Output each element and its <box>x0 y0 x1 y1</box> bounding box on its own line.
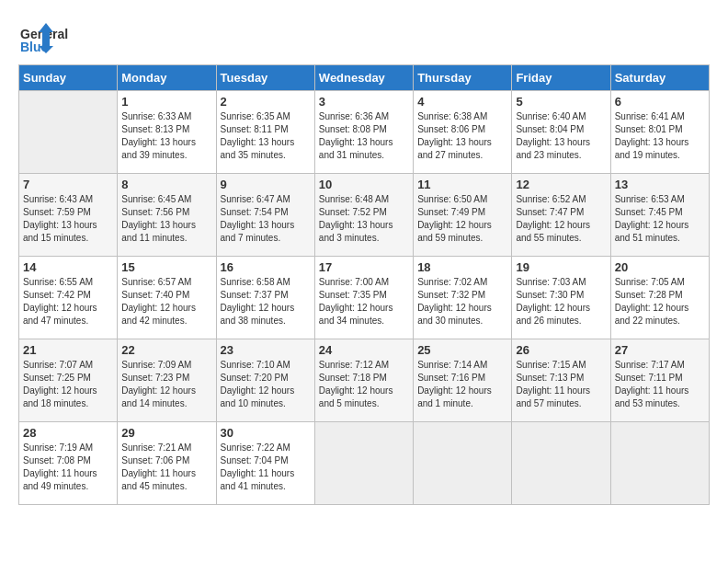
day-number: 9 <box>221 178 311 191</box>
header-cell-friday: Friday <box>512 65 610 91</box>
day-info: Sunrise: 6:45 AMSunset: 7:56 PMDaylight:… <box>121 193 211 245</box>
day-number: 20 <box>615 260 705 274</box>
day-cell <box>314 422 413 505</box>
day-info: Sunrise: 6:48 AMSunset: 7:52 PMDaylight:… <box>319 193 409 245</box>
day-info: Sunrise: 6:38 AMSunset: 8:06 PMDaylight:… <box>417 110 507 162</box>
day-number: 30 <box>221 426 311 440</box>
day-number: 17 <box>319 260 409 274</box>
logo-icon: General Blue <box>18 18 129 55</box>
day-number: 3 <box>319 95 409 109</box>
day-cell: 2Sunrise: 6:35 AMSunset: 8:11 PMDaylight… <box>216 91 314 174</box>
day-cell: 11Sunrise: 6:50 AMSunset: 7:49 PMDayligh… <box>414 174 512 257</box>
day-number: 8 <box>121 178 211 191</box>
day-cell <box>414 422 512 505</box>
day-number: 16 <box>221 260 311 274</box>
logo: General Blue <box>18 18 129 55</box>
day-cell: 14Sunrise: 6:55 AMSunset: 7:42 PMDayligh… <box>19 257 118 339</box>
day-cell: 28Sunrise: 7:19 AMSunset: 7:08 PMDayligh… <box>19 422 118 505</box>
day-cell: 22Sunrise: 7:09 AMSunset: 7:23 PMDayligh… <box>118 339 216 422</box>
day-number: 10 <box>319 178 409 191</box>
day-number: 22 <box>121 343 211 357</box>
week-row-5: 28Sunrise: 7:19 AMSunset: 7:08 PMDayligh… <box>19 422 710 505</box>
day-cell <box>610 422 709 505</box>
day-info: Sunrise: 7:05 AMSunset: 7:28 PMDaylight:… <box>615 276 705 327</box>
day-cell: 8Sunrise: 6:45 AMSunset: 7:56 PMDaylight… <box>118 174 216 257</box>
day-info: Sunrise: 6:57 AMSunset: 7:40 PMDaylight:… <box>121 276 211 327</box>
day-cell <box>512 422 610 505</box>
day-number: 7 <box>23 178 113 191</box>
day-cell: 29Sunrise: 7:21 AMSunset: 7:06 PMDayligh… <box>118 422 216 505</box>
day-info: Sunrise: 6:41 AMSunset: 8:01 PMDaylight:… <box>615 110 705 162</box>
day-cell: 4Sunrise: 6:38 AMSunset: 8:06 PMDaylight… <box>414 91 512 174</box>
day-info: Sunrise: 6:36 AMSunset: 8:08 PMDaylight:… <box>319 110 409 162</box>
header-row: SundayMondayTuesdayWednesdayThursdayFrid… <box>19 65 710 91</box>
day-cell: 13Sunrise: 6:53 AMSunset: 7:45 PMDayligh… <box>610 174 709 257</box>
day-cell: 6Sunrise: 6:41 AMSunset: 8:01 PMDaylight… <box>610 91 709 174</box>
day-cell: 25Sunrise: 7:14 AMSunset: 7:16 PMDayligh… <box>414 339 512 422</box>
header-cell-tuesday: Tuesday <box>216 65 314 91</box>
header-cell-thursday: Thursday <box>414 65 512 91</box>
week-row-1: 1Sunrise: 6:33 AMSunset: 8:13 PMDaylight… <box>19 91 710 174</box>
day-info: Sunrise: 7:00 AMSunset: 7:35 PMDaylight:… <box>319 276 409 327</box>
day-info: Sunrise: 7:03 AMSunset: 7:30 PMDaylight:… <box>516 276 606 327</box>
week-row-3: 14Sunrise: 6:55 AMSunset: 7:42 PMDayligh… <box>19 257 710 339</box>
day-cell: 3Sunrise: 6:36 AMSunset: 8:08 PMDaylight… <box>314 91 413 174</box>
day-number: 25 <box>417 343 507 357</box>
day-cell: 17Sunrise: 7:00 AMSunset: 7:35 PMDayligh… <box>314 257 413 339</box>
day-number: 21 <box>23 343 113 357</box>
day-info: Sunrise: 6:52 AMSunset: 7:47 PMDaylight:… <box>516 193 606 245</box>
day-number: 4 <box>417 95 507 109</box>
day-info: Sunrise: 6:40 AMSunset: 8:04 PMDaylight:… <box>516 110 606 162</box>
day-number: 12 <box>516 178 606 191</box>
day-number: 5 <box>516 95 606 109</box>
day-cell: 30Sunrise: 7:22 AMSunset: 7:04 PMDayligh… <box>216 422 314 505</box>
day-number: 2 <box>221 95 311 109</box>
day-info: Sunrise: 7:22 AMSunset: 7:04 PMDaylight:… <box>221 442 311 493</box>
day-cell: 18Sunrise: 7:02 AMSunset: 7:32 PMDayligh… <box>414 257 512 339</box>
day-number: 11 <box>417 178 507 191</box>
day-number: 13 <box>615 178 705 191</box>
day-cell: 9Sunrise: 6:47 AMSunset: 7:54 PMDaylight… <box>216 174 314 257</box>
day-cell: 16Sunrise: 6:58 AMSunset: 7:37 PMDayligh… <box>216 257 314 339</box>
day-number: 29 <box>121 426 211 440</box>
header-cell-monday: Monday <box>118 65 216 91</box>
day-info: Sunrise: 6:58 AMSunset: 7:37 PMDaylight:… <box>221 276 311 327</box>
day-info: Sunrise: 7:17 AMSunset: 7:11 PMDaylight:… <box>615 359 705 410</box>
day-info: Sunrise: 7:09 AMSunset: 7:23 PMDaylight:… <box>121 359 211 410</box>
day-cell: 27Sunrise: 7:17 AMSunset: 7:11 PMDayligh… <box>610 339 709 422</box>
day-cell: 12Sunrise: 6:52 AMSunset: 7:47 PMDayligh… <box>512 174 610 257</box>
day-number: 1 <box>121 95 211 109</box>
day-cell: 21Sunrise: 7:07 AMSunset: 7:25 PMDayligh… <box>19 339 118 422</box>
header-cell-sunday: Sunday <box>19 65 118 91</box>
day-cell: 26Sunrise: 7:15 AMSunset: 7:13 PMDayligh… <box>512 339 610 422</box>
day-info: Sunrise: 7:19 AMSunset: 7:08 PMDaylight:… <box>23 442 113 493</box>
header-cell-saturday: Saturday <box>610 65 709 91</box>
day-info: Sunrise: 7:02 AMSunset: 7:32 PMDaylight:… <box>417 276 507 327</box>
day-number: 15 <box>121 260 211 274</box>
day-cell: 19Sunrise: 7:03 AMSunset: 7:30 PMDayligh… <box>512 257 610 339</box>
day-cell: 20Sunrise: 7:05 AMSunset: 7:28 PMDayligh… <box>610 257 709 339</box>
day-number: 27 <box>615 343 705 357</box>
calendar-table: SundayMondayTuesdayWednesdayThursdayFrid… <box>18 64 710 505</box>
day-info: Sunrise: 6:43 AMSunset: 7:59 PMDaylight:… <box>23 193 113 245</box>
day-info: Sunrise: 7:10 AMSunset: 7:20 PMDaylight:… <box>221 359 311 410</box>
header-cell-wednesday: Wednesday <box>314 65 413 91</box>
day-info: Sunrise: 6:55 AMSunset: 7:42 PMDaylight:… <box>23 276 113 327</box>
day-info: Sunrise: 7:07 AMSunset: 7:25 PMDaylight:… <box>23 359 113 410</box>
day-info: Sunrise: 7:14 AMSunset: 7:16 PMDaylight:… <box>417 359 507 410</box>
day-number: 23 <box>221 343 311 357</box>
day-number: 14 <box>23 260 113 274</box>
day-cell: 24Sunrise: 7:12 AMSunset: 7:18 PMDayligh… <box>314 339 413 422</box>
day-info: Sunrise: 6:35 AMSunset: 8:11 PMDaylight:… <box>221 110 311 162</box>
day-number: 28 <box>23 426 113 440</box>
day-cell: 5Sunrise: 6:40 AMSunset: 8:04 PMDaylight… <box>512 91 610 174</box>
day-cell: 15Sunrise: 6:57 AMSunset: 7:40 PMDayligh… <box>118 257 216 339</box>
day-info: Sunrise: 7:12 AMSunset: 7:18 PMDaylight:… <box>319 359 409 410</box>
day-number: 19 <box>516 260 606 274</box>
day-cell: 23Sunrise: 7:10 AMSunset: 7:20 PMDayligh… <box>216 339 314 422</box>
day-number: 26 <box>516 343 606 357</box>
week-row-2: 7Sunrise: 6:43 AMSunset: 7:59 PMDaylight… <box>19 174 710 257</box>
day-number: 6 <box>615 95 705 109</box>
day-info: Sunrise: 6:47 AMSunset: 7:54 PMDaylight:… <box>221 193 311 245</box>
day-number: 24 <box>319 343 409 357</box>
